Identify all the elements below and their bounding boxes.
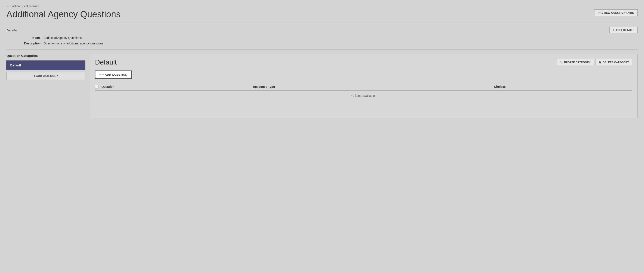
- left-panel: Question Categories Default + ADD CATEGO…: [6, 54, 86, 80]
- name-label: Name: [19, 36, 40, 40]
- no-items-message: No items available: [350, 94, 375, 98]
- table-header-row: Question Response Type Choices: [95, 83, 632, 90]
- checkbox-column-header: [95, 83, 102, 90]
- description-value: Questionnaire of additional agency quest…: [44, 42, 103, 45]
- details-row-name: Name Additional Agency Questions: [19, 36, 638, 40]
- questions-table: Question Response Type Choices No items …: [95, 83, 632, 101]
- details-row-description: Description Questionnaire of additional …: [19, 42, 638, 45]
- add-question-button[interactable]: + ADD QUESTION: [95, 70, 132, 79]
- response-type-column-header: Response Type: [253, 83, 494, 90]
- page-title: Additional Agency Questions: [6, 10, 121, 19]
- question-categories-title: Question Categories: [6, 54, 86, 58]
- trash-icon: [599, 61, 601, 64]
- delete-category-button[interactable]: DELETE CATEGORY: [596, 59, 632, 66]
- plus-icon: [99, 73, 101, 76]
- category-header: Default 🔧 UPDATE CATEGORY DELETE CATEGOR…: [95, 58, 632, 66]
- empty-row: No items available: [95, 90, 632, 101]
- right-panel: Default 🔧 UPDATE CATEGORY DELETE CATEGOR…: [90, 54, 638, 118]
- choices-column-header: Choices: [494, 83, 632, 90]
- back-link-label: Back to Questionnaires: [10, 4, 39, 8]
- page-header: Additional Agency Questions PREVIEW QUES…: [6, 10, 638, 19]
- edit-details-label: EDIT DETAILS: [616, 28, 634, 32]
- delete-category-label: DELETE CATEGORY: [603, 61, 629, 64]
- selected-category-name: Default: [95, 58, 116, 66]
- back-to-questionnaires-link[interactable]: Back to Questionnaires: [6, 4, 39, 8]
- details-section: Details EDIT DETAILS Name Additional Age…: [6, 27, 638, 45]
- category-actions: 🔧 UPDATE CATEGORY DELETE CATEGORY: [556, 59, 632, 66]
- select-all-checkbox[interactable]: [95, 85, 98, 88]
- update-category-label: UPDATE CATEGORY: [564, 61, 590, 64]
- details-section-title: Details: [6, 28, 17, 32]
- edit-details-button[interactable]: EDIT DETAILS: [610, 27, 638, 33]
- arrow-left-icon: [6, 4, 9, 8]
- pencil-icon: [612, 28, 615, 32]
- category-item-default[interactable]: Default: [6, 60, 86, 70]
- preview-questionnaire-button[interactable]: PREVIEW QUESTIONNAIRE: [594, 10, 638, 16]
- details-divider: [6, 49, 638, 50]
- question-column-header: Question: [102, 83, 253, 90]
- description-label: Description: [19, 42, 40, 45]
- wrench-icon: 🔧: [560, 61, 563, 64]
- details-header: Details EDIT DETAILS: [6, 27, 638, 33]
- name-value: Additional Agency Questions: [44, 36, 82, 40]
- main-content: Question Categories Default + ADD CATEGO…: [6, 54, 638, 118]
- update-category-button[interactable]: 🔧 UPDATE CATEGORY: [556, 59, 594, 66]
- add-category-button[interactable]: + ADD CATEGORY: [6, 72, 86, 80]
- category-item-default-label: Default: [10, 64, 21, 67]
- add-question-label: + ADD QUESTION: [102, 73, 127, 76]
- details-table: Name Additional Agency Questions Descrip…: [19, 36, 638, 45]
